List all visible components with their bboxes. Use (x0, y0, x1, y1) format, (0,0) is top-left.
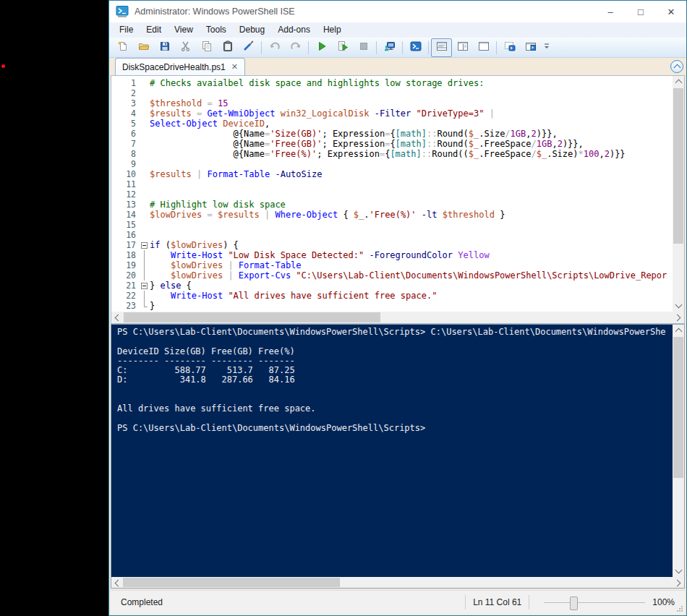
toolbar-options-button[interactable] (542, 39, 552, 56)
close-button[interactable]: ✕ (656, 1, 686, 22)
code-line[interactable]: 3$threshold = 15 (111, 98, 673, 108)
scroll-up-button[interactable] (673, 76, 684, 87)
stop-operation-button[interactable] (353, 38, 374, 57)
code-line[interactable]: 15 (111, 220, 673, 230)
code-line[interactable]: 17if ($lowDrives) { (111, 240, 673, 250)
scroll-left-button[interactable] (111, 577, 123, 589)
code-line[interactable]: 1# Checks avaialbel disk space and highl… (111, 78, 673, 88)
zoom-slider[interactable] (544, 596, 645, 609)
run-selection-icon (337, 40, 349, 55)
scroll-down-button[interactable] (673, 565, 684, 577)
line-number: 18 (111, 250, 141, 260)
console-pane[interactable]: PS C:\Users\Lab-Client\Documents\Windows… (111, 324, 685, 589)
script-editor-pane[interactable]: 1# Checks avaialbel disk space and highl… (111, 75, 685, 324)
code-line[interactable]: 11 (111, 179, 673, 189)
show-console-pane-button[interactable] (520, 38, 541, 57)
editor-horizontal-scrollbar[interactable] (111, 312, 684, 323)
menu-edit[interactable]: Edit (140, 22, 168, 38)
code-line[interactable]: 14$lowDrives = $results | Where-Object {… (111, 210, 673, 220)
fold-collapse-icon[interactable] (141, 240, 150, 250)
line-number: 2 (111, 88, 141, 98)
show-script-pane-top-button[interactable] (431, 38, 452, 57)
line-number: 20 (111, 270, 141, 281)
new-powershell-tab-button[interactable] (499, 38, 520, 57)
scroll-down-button[interactable] (673, 300, 684, 312)
menu-help[interactable]: Help (317, 22, 348, 38)
console-output[interactable]: PS C:\Users\Lab-Client\Documents\Windows… (111, 325, 673, 577)
clear-console-pane-button[interactable] (238, 38, 259, 57)
fold-margin (141, 98, 150, 108)
menu-file[interactable]: File (113, 22, 140, 38)
show-script-pane-right-button[interactable] (452, 38, 473, 57)
code-line[interactable]: 7 @{Name='Free(GB)'; Expression={[math]:… (111, 139, 673, 149)
menu-debug[interactable]: Debug (233, 22, 271, 38)
console-vertical-scrollbar[interactable] (673, 325, 684, 577)
code-line[interactable]: 18 Write-Host "Low Disk Space Detected:"… (111, 250, 673, 260)
clipboard-icon (222, 40, 234, 55)
script-editor-text[interactable]: 1# Checks avaialbel disk space and highl… (111, 76, 673, 312)
new-script-button[interactable] (112, 38, 133, 57)
start-powershell-exe-button[interactable] (405, 38, 426, 57)
zoom-level: 100% (652, 597, 675, 607)
console-line (117, 395, 673, 404)
tab-close-icon[interactable]: ✕ (231, 63, 238, 71)
code-line[interactable]: 20 $lowDrives | Export-Cvs "C:\Users\Lab… (111, 270, 673, 281)
minimize-button[interactable]: – (595, 1, 626, 22)
code-line[interactable]: 8 @{Name='Free(%)'; Expression={[math]::… (111, 149, 673, 159)
code-text: # Checks avaialbel disk space and highli… (150, 78, 484, 88)
code-text: $results | Format-Table -AutoSize (150, 169, 322, 179)
fold-margin (141, 220, 150, 230)
menu-tools[interactable]: Tools (200, 22, 233, 38)
new-remote-powershell-tab-button[interactable] (379, 38, 400, 57)
redo-arrow-icon (290, 40, 302, 55)
scroll-up-button[interactable] (673, 325, 684, 336)
code-line[interactable]: 22 Write-Host "All drives have sufficien… (111, 291, 673, 301)
line-number: 1 (111, 78, 141, 88)
tab-diskspacedrivehealth[interactable]: DiskSpaceDriveHealth.ps1 ✕ (115, 58, 245, 75)
undo-button[interactable] (264, 38, 285, 57)
scroll-right-button[interactable] (673, 577, 684, 589)
cut-button[interactable] (175, 38, 196, 57)
console-horizontal-scrollbar[interactable] (111, 577, 684, 588)
code-line[interactable]: 5Select-Object DeviceID, (111, 119, 673, 129)
code-line[interactable]: 23} (111, 301, 673, 311)
maximize-button[interactable]: □ (626, 1, 656, 22)
console-hscroll-thumb[interactable] (123, 578, 340, 587)
console-line (117, 385, 673, 395)
resize-grip[interactable] (676, 605, 683, 612)
menu-view[interactable]: View (168, 22, 200, 38)
editor-hscroll-thumb[interactable] (124, 312, 380, 322)
zoom-slider-thumb[interactable] (570, 596, 578, 610)
fold-margin (141, 291, 150, 301)
red-dot (1, 64, 5, 68)
paste-button[interactable] (217, 38, 238, 57)
fold-collapse-icon[interactable] (141, 281, 150, 291)
code-line[interactable]: 10$results | Format-Table -AutoSize (111, 169, 673, 179)
open-script-button[interactable] (133, 38, 154, 57)
redo-button[interactable] (285, 38, 306, 57)
code-line[interactable]: 9 (111, 159, 673, 169)
run-selection-button[interactable] (332, 38, 353, 57)
code-line[interactable]: 4$results = Get-WmiObject win32_LogicalD… (111, 108, 673, 119)
line-number: 14 (111, 210, 141, 220)
code-line[interactable]: 12 (111, 189, 673, 200)
collapse-script-pane-button[interactable] (670, 60, 683, 73)
code-line[interactable]: 16 (111, 230, 673, 240)
scroll-right-button[interactable] (673, 312, 684, 323)
editor-vscroll-thumb[interactable] (673, 88, 683, 244)
code-line[interactable]: 6 @{Name='Size(GB)'; Expression={[math]:… (111, 129, 673, 139)
code-line[interactable]: 13# Highlight low disk space (111, 200, 673, 210)
code-line[interactable]: 19 $lowDrives | Format-Table (111, 260, 673, 270)
code-line[interactable]: 2 (111, 88, 673, 98)
run-script-button[interactable] (311, 38, 332, 57)
console-vscroll-thumb[interactable] (673, 337, 683, 478)
copy-button[interactable] (196, 38, 217, 57)
cursor-position: Ln 11 Col 61 (473, 597, 521, 607)
editor-vertical-scrollbar[interactable] (673, 76, 684, 312)
save-script-button[interactable] (154, 38, 175, 57)
code-line[interactable]: 21} else { (111, 281, 673, 291)
show-script-pane-maximized-button[interactable] (473, 38, 494, 57)
menu-add-ons[interactable]: Add-ons (271, 22, 317, 38)
fold-margin (141, 78, 150, 88)
scroll-left-button[interactable] (111, 312, 123, 323)
